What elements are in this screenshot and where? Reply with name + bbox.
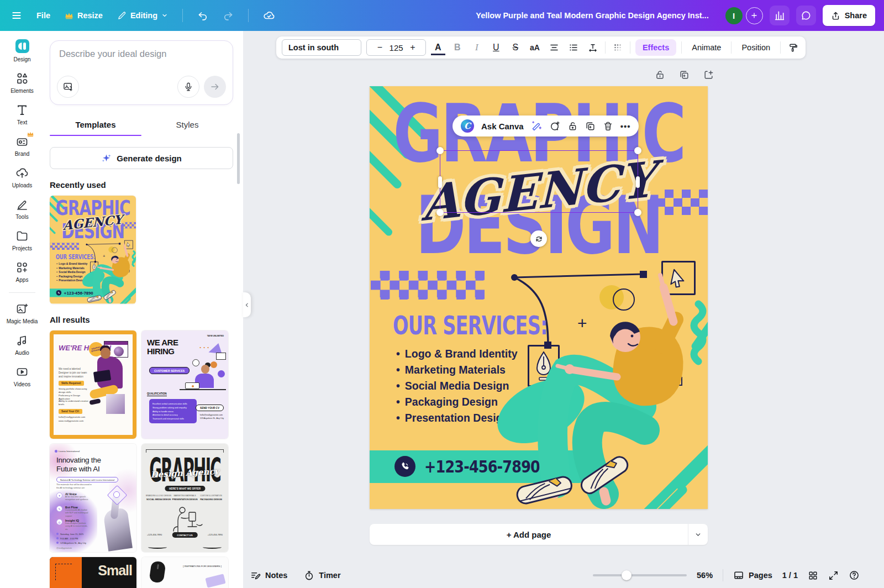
notes-button[interactable]: Notes (250, 570, 287, 581)
grid-view-button[interactable] (808, 570, 818, 581)
position-button[interactable]: Position (736, 43, 775, 52)
generate-design-button[interactable]: Generate design (50, 147, 233, 169)
resize-handle[interactable] (634, 147, 641, 154)
add-page-icon[interactable] (703, 70, 714, 80)
strikethrough-button[interactable]: S (508, 39, 523, 56)
font-size-increase[interactable]: + (406, 39, 420, 56)
voice-input-button[interactable] (177, 76, 199, 98)
resize-handle[interactable] (436, 209, 444, 216)
comments-button[interactable] (796, 6, 816, 25)
add-member-button[interactable] (746, 7, 763, 24)
design-prompt-input[interactable] (59, 49, 219, 71)
ask-canva-label[interactable]: Ask Canva (481, 122, 524, 131)
italic-button[interactable]: I (470, 39, 484, 56)
template-inspirations[interactable]: [ INSPIRATIONS FOR DESIGNERS ] (141, 557, 228, 588)
bullet-list-icon (569, 43, 578, 53)
sidebar-item-audio[interactable]: Audio (2, 334, 42, 356)
transparency-button[interactable] (611, 39, 625, 56)
file-menu[interactable]: File (36, 11, 50, 20)
mini-poster: GRAPHIC DESIGN AGENCY + OUR SERVICES: Lo… (50, 196, 136, 304)
tab-styles[interactable]: Styles (141, 115, 233, 136)
resize-handle[interactable] (436, 147, 444, 154)
sidebar-item-tools[interactable]: Tools (2, 198, 42, 220)
pages-button[interactable]: Pages (733, 570, 772, 581)
sidebar-label: Brand (15, 151, 30, 157)
duplicate-element-button[interactable] (585, 121, 596, 132)
share-button[interactable]: Share (823, 5, 875, 26)
cloud-save-status[interactable] (263, 9, 275, 22)
timer-button[interactable]: Timer (304, 570, 340, 581)
page-indicator: 1 / 1 (782, 571, 798, 580)
animate-button[interactable]: Animate (687, 43, 726, 52)
sidebar-item-text[interactable]: Text (2, 103, 42, 125)
sidebar-label: Design (13, 56, 30, 62)
duplicate-page-icon[interactable] (679, 70, 690, 80)
panel-collapse-button[interactable] (243, 292, 251, 317)
avatar[interactable]: I (725, 7, 743, 24)
delete-element-button[interactable] (603, 121, 613, 132)
more-options-button[interactable]: ••• (620, 122, 631, 131)
add-image-button[interactable] (57, 76, 79, 98)
text-color-button[interactable]: A (431, 42, 445, 55)
zoom-level[interactable]: 56% (697, 571, 713, 580)
lock-icon[interactable] (655, 70, 665, 80)
copy-style-button[interactable] (786, 39, 800, 56)
template-were-hiring[interactable]: WE'RE HIRING! GRAPHIC DESIGNER We need a… (50, 330, 136, 439)
sidebar-item-projects[interactable]: Projects (2, 229, 42, 251)
magic-edit-button[interactable] (531, 120, 542, 132)
font-size-decrease[interactable]: − (372, 39, 387, 56)
zoom-slider-thumb[interactable] (622, 570, 632, 580)
letter-spacing-button[interactable] (586, 39, 600, 56)
tab-templates[interactable]: Templates (50, 115, 141, 136)
share-label: Share (845, 11, 867, 20)
resize-handle[interactable] (634, 209, 641, 216)
canvas-page[interactable]: GRAPHIC DESIGN AGENCY + OUR SERVICES: Lo… (370, 86, 708, 509)
text-case-button[interactable]: aA (528, 39, 542, 56)
selection-box[interactable] (440, 150, 638, 213)
zoom-slider[interactable] (593, 574, 687, 576)
sidebar-item-magic-media[interactable]: Magic Media (2, 302, 42, 324)
sidebar-label: Text (17, 119, 27, 125)
font-family-select[interactable]: Lost in south (282, 39, 361, 56)
template-recently-used[interactable]: GRAPHIC DESIGN AGENCY + OUR SERVICES: Lo… (50, 196, 136, 304)
main-menu-button[interactable] (11, 10, 22, 21)
bold-button[interactable]: B (450, 39, 465, 56)
undo-button[interactable] (197, 10, 208, 21)
redo-button[interactable] (223, 10, 234, 21)
template-graphic-bw[interactable]: GRAPHIC Design Agency HERE'S WHAT WE OFF… (141, 444, 228, 552)
unlock-icon (567, 121, 578, 132)
lock-element-button[interactable] (567, 121, 578, 132)
fullscreen-button[interactable] (828, 570, 839, 581)
sidebar-item-videos[interactable]: Videos (2, 365, 42, 387)
effects-button[interactable]: Effects (635, 39, 676, 56)
add-page-expand-button[interactable] (688, 524, 708, 545)
panel-scrollbar[interactable] (237, 133, 240, 184)
template-we-are-hiring[interactable]: TAYM UNLIMITED WE AREHIRING • • • CUSTOM… (141, 330, 228, 439)
editing-mode-menu[interactable]: Editing (117, 11, 168, 20)
submit-prompt-button[interactable] (204, 76, 226, 98)
resize-handle-side[interactable] (438, 176, 442, 188)
sidebar-label: Tools (15, 214, 28, 220)
document-title[interactable]: Yellow Purple and Teal Modern Graphic De… (476, 11, 708, 20)
sidebar-item-uploads[interactable]: Uploads (2, 166, 42, 188)
sidebar-item-brand[interactable]: Brand (2, 135, 42, 157)
help-button[interactable] (849, 570, 860, 581)
sidebar-item-elements[interactable]: Elements (2, 72, 42, 94)
projects-folder-icon (15, 229, 29, 243)
tools-icon (15, 198, 29, 211)
add-page-button[interactable]: + Add page (370, 530, 688, 539)
template-ai-seminar[interactable]: Liceria International Innovating theFutu… (50, 444, 136, 552)
rotate-handle[interactable] (530, 230, 547, 247)
font-size-value[interactable]: 125 (390, 43, 403, 53)
resize-handle-side[interactable] (636, 176, 640, 188)
insights-button[interactable] (770, 6, 790, 25)
list-button[interactable] (566, 39, 581, 56)
comment-add-button[interactable] (549, 120, 560, 132)
sidebar-item-apps[interactable]: Apps (2, 261, 42, 283)
alignment-button[interactable] (547, 39, 561, 56)
poster-design[interactable]: GRAPHIC DESIGN AGENCY + OUR SERVICES: Lo… (370, 86, 708, 509)
underline-button[interactable]: U (489, 39, 503, 56)
template-small[interactable]: Small (50, 557, 136, 588)
sidebar-item-design[interactable]: Design (2, 39, 42, 62)
resize-menu[interactable]: Resize (65, 11, 103, 20)
